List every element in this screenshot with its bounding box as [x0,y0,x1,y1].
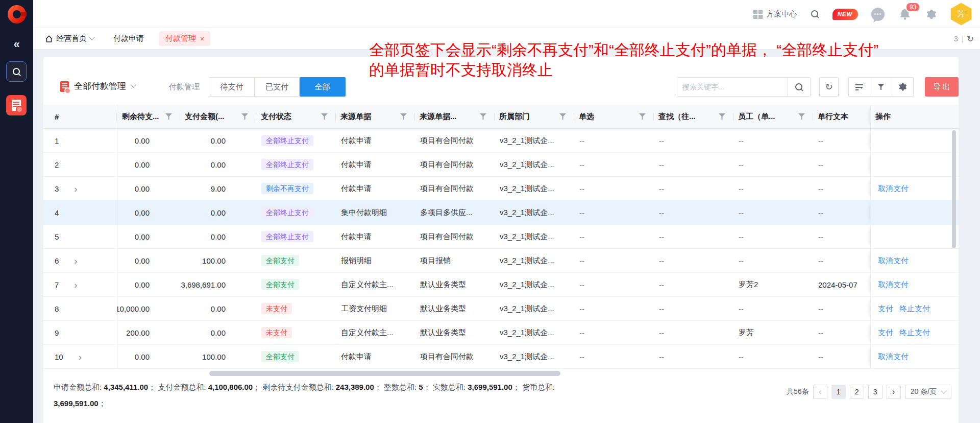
expand-icon[interactable]: › [79,352,82,362]
action-link-终止支付[interactable]: 终止支付 [899,328,930,338]
cell-value: 项目有合同付款 [420,136,474,146]
table-row[interactable]: 40.000.00全部终止支付集中付款明细多项目多供应...v3_2_1测试企.… [43,201,959,225]
cell-status: 全部支付 [256,345,336,368]
filter-icon[interactable] [480,113,486,120]
table-row[interactable]: 6›0.00100.00全部支付报销明细项目报销v3_2_1测试企...----… [43,249,959,273]
view-selector[interactable]: 全部付款管理 [74,80,135,92]
page-button-1[interactable]: 1 [831,385,846,399]
cell-value: 100.00 [202,256,226,265]
segment-全部[interactable]: 全部 [300,77,346,97]
column-header-sourceType[interactable]: 来源单据... [415,105,495,128]
filter-icon[interactable] [559,113,566,120]
column-header-lookup[interactable]: 查找（往... [654,105,733,128]
cell-value: -- [659,304,664,313]
gear-icon [925,9,937,20]
filter-button[interactable] [870,78,891,96]
settings-button[interactable] [925,9,937,20]
close-icon[interactable]: × [200,35,204,43]
table-body: 10.000.00全部终止支付付款申请项目有合同付款v3_2_1测试企...--… [43,129,959,369]
table-row[interactable]: 810,000.000.00未支付工资支付明细默认业务类型v3_2_1测试企..… [43,297,959,321]
module-label[interactable]: 付款管理 [169,82,200,92]
sidebar-search-button[interactable] [6,61,27,82]
action-link-取消支付[interactable]: 取消支付 [878,280,909,290]
tab-payment-request[interactable]: 付款申请 [113,34,144,43]
table-row[interactable]: 7›0.003,698,691.00全部支付自定义付款主...默认业务类型v3_… [43,273,959,297]
cell-sourceType: 项目有合同付款 [415,177,495,200]
sidebar-app-payment-icon[interactable] [6,95,27,115]
column-header-amount[interactable]: 支付金额(... [180,105,256,128]
column-header-dept[interactable]: 所属部门 [495,105,574,128]
action-link-支付[interactable]: 支付 [878,328,893,338]
refresh-icon[interactable]: ↻ [967,34,974,44]
cell-value: -- [579,208,584,217]
column-header-remain[interactable]: 剩余待支... [117,105,180,128]
message-icon[interactable] [871,8,885,21]
global-search-icon[interactable] [811,10,819,18]
tab-payment-manage[interactable]: 付款管理 × [159,31,210,46]
table-row[interactable]: 20.000.00全部终止支付付款申请项目有合同付款v3_2_1测试企...--… [43,153,959,177]
action-link-取消支付[interactable]: 取消支付 [878,184,909,194]
cell-value: -- [659,256,664,265]
table-row[interactable]: 3›0.009.00剩余不再支付付款申请项目有合同付款v3_2_1测试企...-… [43,177,959,201]
breadcrumb-home[interactable]: 经营首页 [45,34,94,43]
table-row[interactable]: 9200.000.00未支付自定义付款主...默认业务类型v3_2_1测试企..… [43,321,959,345]
filter-icon[interactable] [400,113,407,120]
table-row[interactable]: 10.000.00全部终止支付付款申请项目有合同付款v3_2_1测试企...--… [43,129,959,153]
next-page-button[interactable]: › [887,385,901,399]
expand-icon[interactable]: › [74,256,77,266]
action-link-支付[interactable]: 支付 [878,304,893,314]
cell-lookup: -- [654,273,733,296]
filter-icon[interactable] [241,113,248,120]
cell-value: -- [739,208,744,217]
table-row[interactable]: 50.000.00全部终止支付付款申请项目有合同付款v3_2_1测试企...--… [43,225,959,249]
page-size-select[interactable]: 20 条/页 [905,385,951,399]
table-row[interactable]: 10›0.00100.00全部支付付款申请项目有合同付款v3_2_1测试企...… [43,345,959,369]
sidebar-collapse-icon[interactable]: « [0,38,33,51]
column-header-text[interactable]: 单行文本 [813,105,870,128]
filter-icon[interactable] [798,113,805,120]
column-header-single[interactable]: 单选 [574,105,654,128]
segment-已支付[interactable]: 已支付 [255,77,300,97]
column-header-idx[interactable]: # [43,105,117,128]
column-settings-button[interactable] [892,78,913,96]
cell-value: -- [818,232,823,241]
cell-idx: 8 [43,297,117,320]
row-number: 10 [55,353,63,361]
scheme-center-button[interactable]: 方案中心 [753,9,797,19]
search-submit-button[interactable] [788,78,810,96]
expand-icon[interactable]: › [74,280,77,290]
cell-value: -- [659,328,664,337]
action-link-终止支付[interactable]: 终止支付 [899,304,930,314]
cell-sourceType: 多项目多供应... [415,201,495,224]
column-header-status[interactable]: 支付状态 [256,105,336,128]
filter-icon[interactable] [719,113,725,120]
topbar: 方案中心 NEW 93 芳 [33,0,980,28]
prev-page-button[interactable]: ‹ [813,385,827,399]
cell-value: 3,698,691.00 [181,280,226,289]
column-header-employee[interactable]: 员工（单... [733,105,813,128]
brand-logo-icon[interactable] [7,5,27,26]
segment-待支付[interactable]: 待支付 [209,77,255,97]
filter-icon[interactable] [321,113,328,120]
document-icon [12,100,21,111]
horizontal-scrollbar[interactable] [209,371,560,376]
filter-icon[interactable] [639,113,646,120]
page-button-2[interactable]: 2 [850,385,864,399]
chevron-down-icon [941,388,946,393]
table-refresh-button[interactable]: ↻ [819,77,839,97]
search-input[interactable] [677,83,788,91]
page-button-3[interactable]: 3 [868,385,883,399]
cell-actions [870,201,959,224]
export-button[interactable]: 导出 [925,77,959,97]
filter-icon[interactable] [165,113,172,120]
expand-icon[interactable]: › [74,184,77,194]
vertical-scrollbar[interactable] [952,130,956,248]
row-height-button[interactable] [849,78,870,96]
notifications-button[interactable]: 93 [899,8,911,20]
action-link-取消支付[interactable]: 取消支付 [878,256,909,266]
column-header-source[interactable]: 来源单据 [336,105,415,128]
column-header-actions[interactable]: 操作 [870,105,959,128]
action-link-取消支付[interactable]: 取消支付 [878,352,909,362]
avatar[interactable]: 芳 [950,3,972,26]
new-badge[interactable]: NEW [832,9,859,20]
